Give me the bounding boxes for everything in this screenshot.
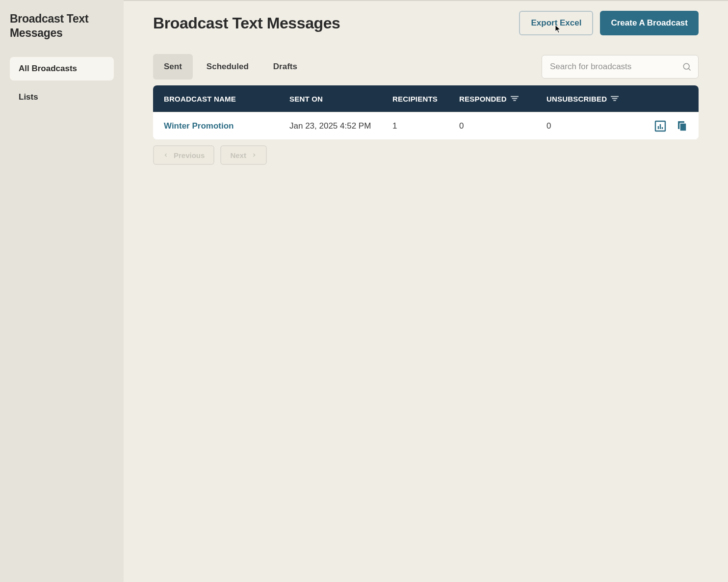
chevron-left-icon	[163, 152, 169, 158]
table-header: BROADCAST NAME SENT ON RECIPIENTS RESPON…	[153, 85, 699, 112]
cell-unsubscribed: 0	[546, 121, 650, 131]
search-icon	[682, 62, 692, 72]
filter-icon	[611, 95, 619, 102]
filter-icon	[511, 95, 519, 102]
th-label: BROADCAST NAME	[164, 95, 236, 103]
previous-button[interactable]: Previous	[153, 145, 214, 165]
sidebar-title: Broadcast Text Messages	[10, 12, 114, 40]
chevron-right-icon	[251, 152, 257, 158]
th-unsubscribed[interactable]: UNSUBSCRIBED	[546, 95, 650, 103]
export-excel-label: Export Excel	[531, 18, 581, 28]
tab-label: Scheduled	[207, 62, 249, 71]
pagination: Previous Next	[153, 145, 699, 165]
table-row: Winter Promotion Jan 23, 2025 4:52 PM 1 …	[153, 112, 699, 139]
sidebar: Broadcast Text Messages All Broadcasts L…	[0, 0, 124, 582]
main-content: Broadcast Text Messages Export Excel Cre…	[124, 0, 728, 582]
next-label: Next	[230, 151, 246, 159]
tab-sent[interactable]: Sent	[153, 54, 193, 79]
svg-rect-3	[512, 98, 517, 99]
th-recipients[interactable]: RECIPIENTS	[392, 95, 459, 103]
search-wrap	[542, 55, 699, 79]
create-broadcast-label: Create A Broadcast	[611, 18, 688, 28]
th-label: RECIPIENTS	[392, 95, 438, 103]
export-excel-button[interactable]: Export Excel	[519, 11, 593, 35]
tabs: Sent Scheduled Drafts	[153, 54, 308, 79]
th-responded[interactable]: RESPONDED	[459, 95, 546, 103]
header-actions: Export Excel Create A Broadcast	[519, 11, 699, 35]
search-input[interactable]	[542, 55, 699, 79]
svg-rect-2	[511, 96, 519, 97]
svg-point-0	[683, 63, 689, 69]
th-label: UNSUBSCRIBED	[546, 95, 607, 103]
previous-label: Previous	[174, 151, 205, 159]
tab-drafts[interactable]: Drafts	[262, 54, 308, 79]
sidebar-item-lists[interactable]: Lists	[10, 85, 114, 109]
broadcast-name-link[interactable]: Winter Promotion	[164, 121, 234, 131]
header-row: Broadcast Text Messages Export Excel Cre…	[153, 11, 699, 35]
bar-chart-icon[interactable]	[654, 120, 666, 132]
copy-icon[interactable]	[676, 120, 688, 132]
sidebar-item-label: Lists	[19, 92, 38, 102]
broadcasts-table: BROADCAST NAME SENT ON RECIPIENTS RESPON…	[153, 85, 699, 139]
tab-label: Sent	[164, 62, 182, 71]
svg-rect-4	[513, 100, 516, 101]
table-body: Winter Promotion Jan 23, 2025 4:52 PM 1 …	[153, 112, 699, 139]
tab-label: Drafts	[273, 62, 297, 71]
th-label: RESPONDED	[459, 95, 507, 103]
th-sent-on[interactable]: SENT ON	[289, 95, 392, 103]
controls-row: Sent Scheduled Drafts	[153, 54, 699, 79]
svg-rect-13	[680, 123, 686, 131]
svg-rect-5	[611, 96, 619, 97]
next-button[interactable]: Next	[220, 145, 267, 165]
th-label: SENT ON	[289, 95, 323, 103]
cell-responded: 0	[459, 121, 546, 131]
svg-rect-7	[614, 100, 616, 101]
sidebar-item-label: All Broadcasts	[19, 64, 77, 73]
cell-sent-on: Jan 23, 2025 4:52 PM	[289, 121, 392, 131]
page-title: Broadcast Text Messages	[153, 14, 340, 32]
svg-rect-6	[612, 98, 618, 99]
create-broadcast-button[interactable]: Create A Broadcast	[600, 11, 699, 35]
th-name[interactable]: BROADCAST NAME	[164, 95, 289, 103]
svg-line-1	[689, 69, 691, 71]
tab-scheduled[interactable]: Scheduled	[196, 54, 260, 79]
cell-recipients: 1	[392, 121, 459, 131]
sidebar-item-all-broadcasts[interactable]: All Broadcasts	[10, 57, 114, 80]
